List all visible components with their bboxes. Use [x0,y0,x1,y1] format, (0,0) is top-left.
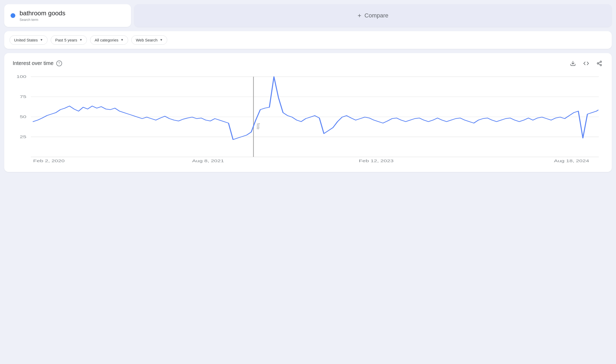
chart-header: Interest over time ? [13,59,603,67]
chevron-down-icon: ▼ [40,38,43,42]
svg-text:Feb 2, 2020: Feb 2, 2020 [33,159,64,163]
compare-plus-icon: + [358,12,361,19]
chevron-down-icon: ▼ [160,38,163,42]
search-term-text: bathroom goods Search term [20,10,65,22]
code-icon [583,60,589,66]
chart-svg: 100 75 50 25 Note Feb 2, 2020 Aug 8, 202… [13,74,603,164]
chart-title: Interest over time [13,60,54,66]
svg-text:100: 100 [16,74,26,78]
svg-line-4 [599,64,600,65]
share-button[interactable] [595,59,603,67]
compare-card[interactable]: + Compare [134,4,612,27]
svg-text:50: 50 [20,114,26,119]
chevron-down-icon: ▼ [79,38,82,42]
filter-category[interactable]: All categories ▼ [90,35,128,45]
search-dot-indicator [11,13,15,18]
filter-search-type-label: Web Search [136,38,157,42]
svg-line-5 [599,62,600,63]
compare-label: Compare [365,12,388,19]
filter-region[interactable]: United States ▼ [10,35,48,45]
filters-bar: United States ▼ Past 5 years ▼ All categ… [4,31,612,49]
svg-text:25: 25 [20,134,26,139]
filter-time-label: Past 5 years [55,38,77,42]
svg-text:75: 75 [20,94,26,99]
search-term-name: bathroom goods [20,10,65,17]
filter-category-label: All categories [95,38,118,42]
download-icon [570,60,576,66]
svg-text:Aug 8, 2021: Aug 8, 2021 [192,159,224,163]
chart-actions [569,59,603,67]
search-term-card: bathroom goods Search term [4,4,131,27]
interest-over-time-card: Interest over time ? [4,53,612,172]
search-term-sublabel: Search term [20,18,65,22]
chart-title-row: Interest over time ? [13,60,62,66]
chart-area: 100 75 50 25 Note Feb 2, 2020 Aug 8, 202… [13,74,603,164]
filter-time[interactable]: Past 5 years ▼ [51,35,87,45]
help-icon[interactable]: ? [56,60,62,66]
svg-text:Feb 12, 2023: Feb 12, 2023 [359,159,394,163]
download-button[interactable] [569,59,577,67]
chevron-down-icon: ▼ [120,38,124,42]
filter-region-label: United States [14,38,38,42]
embed-code-button[interactable] [582,59,590,67]
svg-text:Aug 18, 2024: Aug 18, 2024 [554,159,589,163]
svg-text:Note: Note [256,123,261,129]
share-icon [596,60,602,66]
filter-search-type[interactable]: Web Search ▼ [131,35,167,45]
